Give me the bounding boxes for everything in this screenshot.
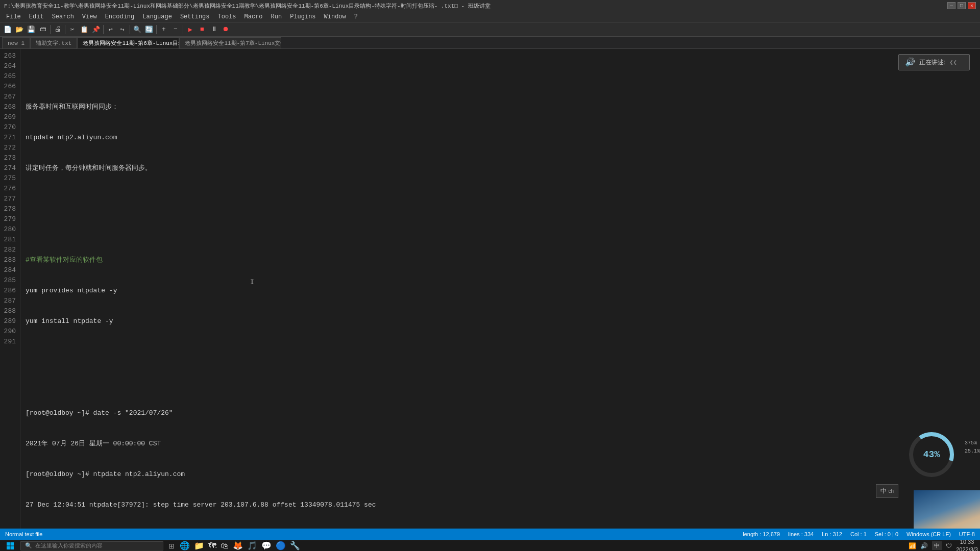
menu-window[interactable]: Window: [320, 12, 350, 21]
speaker-icon: 🔊: [905, 57, 915, 67]
copy-button[interactable]: 📋: [79, 24, 90, 35]
new-file-button[interactable]: 📄: [2, 24, 13, 35]
toolbar-separator-2: [65, 25, 65, 34]
menu-file[interactable]: File: [2, 12, 25, 21]
toolbar-separator-4: [130, 25, 130, 34]
windows-icon: [6, 542, 14, 550]
menu-run[interactable]: Run: [267, 12, 286, 21]
tray-network-icon[interactable]: 📶: [909, 542, 916, 549]
run-button[interactable]: ▶: [185, 24, 196, 35]
undo-button[interactable]: ↩: [105, 24, 116, 35]
stats-values: 375% 25.1%: [965, 439, 980, 456]
menu-settings[interactable]: Settings: [176, 12, 214, 21]
code-line-266: 讲定时任务，每分钟就和时间服务器同步。: [26, 163, 975, 173]
search-icon: 🔍: [25, 542, 32, 549]
line-number: 264: [0, 61, 16, 71]
maximize-button[interactable]: □: [958, 2, 966, 9]
tab-chapter6[interactable]: 老男孩网络安全11期-第6章-Linux目录结构-特殊字符-时间打包压缩- .t…: [77, 37, 179, 48]
taskbar-store[interactable]: 🛍: [218, 541, 231, 550]
editor-content[interactable]: 服务器时间和互联网时间同步： ntpdate ntp2.aliyun.com 讲…: [20, 49, 980, 529]
save-button[interactable]: 💾: [26, 24, 37, 35]
zoom-in-button[interactable]: +: [158, 24, 169, 35]
menu-view[interactable]: View: [78, 12, 101, 21]
stop-button[interactable]: ■: [197, 24, 208, 35]
taskbar-chrome[interactable]: 🔵: [274, 541, 288, 550]
menu-tools[interactable]: Tools: [213, 12, 240, 21]
menu-search[interactable]: Search: [48, 12, 78, 21]
taskbar-search-placeholder: 在这里输入你要搜索的内容: [35, 542, 103, 549]
paste-button[interactable]: 📌: [90, 24, 102, 35]
print-button[interactable]: 🖨: [52, 24, 63, 35]
redo-button[interactable]: ↪: [117, 24, 128, 35]
minimize-button[interactable]: —: [947, 2, 955, 9]
taskbar-maps[interactable]: 🗺: [206, 541, 218, 550]
start-button[interactable]: [2, 541, 18, 551]
menu-edit[interactable]: Edit: [25, 12, 48, 21]
line-number: 266: [0, 82, 16, 92]
line-number: 272: [0, 143, 16, 153]
tab-new1[interactable]: new 1: [2, 37, 30, 48]
find-button[interactable]: 🔍: [132, 24, 143, 35]
tray-volume-icon[interactable]: 🔊: [920, 542, 928, 549]
toolbar: 📄 📂 💾 🗃 🖨 ✂ 📋 📌 ↩ ↪ 🔍 🔄 + − ▶ ■ ⏸ ⏺: [0, 22, 980, 37]
taskbar-tools[interactable]: 🔧: [288, 541, 302, 550]
clock-display: 10:33 2022/3/3: [956, 538, 978, 551]
toolbar-separator-6: [183, 25, 183, 34]
tab-auxiliary[interactable]: 辅助文字.txt: [30, 37, 77, 48]
status-ln: Ln : 312: [822, 531, 842, 537]
line-number: 279: [0, 214, 16, 224]
translate-button[interactable]: 中 ch: [876, 484, 898, 498]
close-button[interactable]: ✕: [968, 2, 976, 9]
line-number: 269: [0, 112, 16, 122]
line-numbers: 263 264 265 266 267 268 269 270 271 272 …: [0, 49, 20, 529]
menu-encoding[interactable]: Encoding: [101, 12, 139, 21]
code-line-264: 服务器时间和互联网时间同步：: [26, 102, 975, 112]
line-number: 290: [0, 327, 16, 337]
tray-ime-icon[interactable]: 中: [932, 541, 942, 550]
code-line-273: [26, 378, 975, 388]
status-encoding: UTF-8: [959, 531, 975, 537]
line-number: 265: [0, 71, 16, 82]
tab-chapter7[interactable]: 老男孩网络安全11期-第7章-Linux文件查找及处理-用户和组管理 .txt: [179, 37, 281, 48]
speaking-indicator: 🔊 正在讲述: ❮❮: [898, 54, 970, 70]
line-number: 287: [0, 296, 16, 306]
code-line-270: yum provides ntpdate -y: [26, 286, 975, 296]
tray-security-icon[interactable]: 🛡: [946, 542, 952, 549]
tab-bar: new 1 辅助文字.txt 老男孩网络安全11期-第6章-Linux目录结构-…: [0, 37, 980, 49]
status-col: Col : 1: [850, 531, 867, 537]
taskbar-music[interactable]: 🎵: [245, 541, 259, 550]
status-file-type: Normal text file: [5, 531, 42, 537]
task-view-button[interactable]: ⊞: [165, 542, 178, 550]
stats-widget: 43% 375% 25.1%: [909, 432, 954, 478]
taskbar-chat[interactable]: 💬: [259, 541, 274, 550]
cut-button[interactable]: ✂: [67, 24, 78, 35]
menu-help[interactable]: ?: [350, 12, 362, 21]
line-number: 278: [0, 204, 16, 214]
menu-language[interactable]: Language: [138, 12, 176, 21]
translate-zh-icon: 中: [880, 487, 887, 495]
open-file-button[interactable]: 📂: [14, 24, 25, 35]
taskbar-explorer[interactable]: 📁: [192, 541, 206, 550]
record-button[interactable]: ⏺: [220, 24, 231, 35]
taskbar-firefox[interactable]: 🦊: [231, 541, 245, 550]
pause-button[interactable]: ⏸: [208, 24, 219, 35]
save-all-button[interactable]: 🗃: [37, 24, 48, 35]
code-line-269: #查看某软件对应的软件包: [26, 255, 975, 265]
stats-percent: 43%: [923, 450, 940, 459]
line-number: 268: [0, 102, 16, 112]
status-right: length : 12,679 lines : 334 Ln : 312 Col…: [743, 531, 975, 537]
code-line-268: [26, 224, 975, 235]
line-number: 267: [0, 92, 16, 102]
speaking-text: 正在讲述:: [919, 58, 945, 67]
replace-button[interactable]: 🔄: [143, 24, 155, 35]
taskbar-browser-edge[interactable]: 🌐: [178, 541, 192, 550]
menu-plugins[interactable]: Plugins: [286, 12, 320, 21]
menu-macro[interactable]: Macro: [240, 12, 267, 21]
zoom-out-button[interactable]: −: [170, 24, 181, 35]
code-line-275: 2021年 07月 26日 星期一 00:00:00 CST: [26, 439, 975, 449]
title-text: F:\老男孩教育安全11-教学\老男孩网络安全11期-Linux和网络基础部分\…: [4, 2, 947, 10]
code-line-274: [root@oldboy ~]# date -s "2021/07/26": [26, 408, 975, 418]
taskbar-search[interactable]: 🔍 在这里输入你要搜索的内容: [20, 541, 163, 550]
taskbar: 🔍 在这里输入你要搜索的内容 ⊞ 🌐 📁 🗺 🛍 🦊 🎵 💬 🔵 🔧 📶 🔊 中…: [0, 540, 980, 551]
editor-container: 263 264 265 266 267 268 269 270 271 272 …: [0, 49, 980, 529]
